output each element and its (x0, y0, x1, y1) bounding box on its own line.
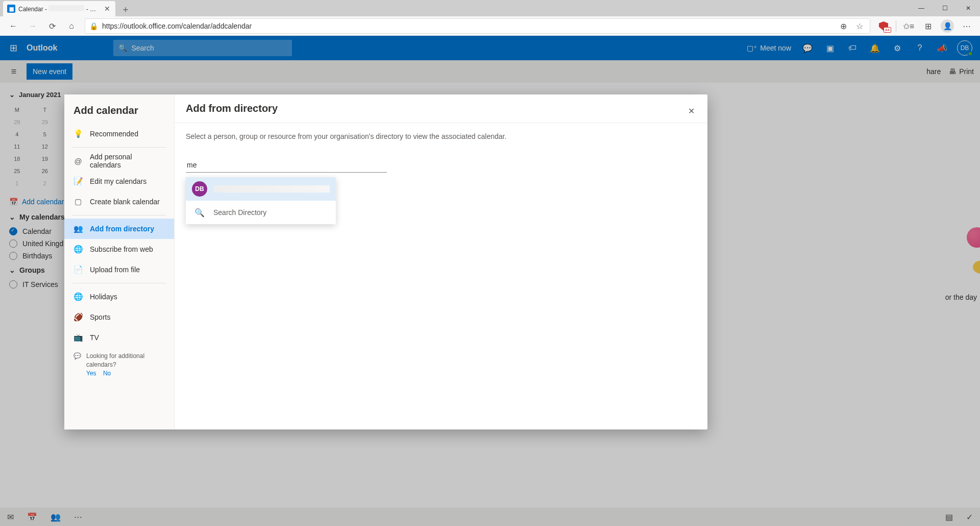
back-button[interactable]: ← (4, 18, 22, 34)
globe-icon: 🌐 (74, 292, 83, 301)
feedback-no-link[interactable]: No (103, 370, 111, 377)
extension-shield-icon[interactable]: 84 (874, 18, 893, 34)
modal-main-title: Add from directory (186, 103, 278, 114)
browser-toolbar: ← → ⟳ ⌂ 🔒 https://outlook.office.com/cal… (0, 16, 980, 36)
forward-button[interactable]: → (23, 18, 42, 34)
close-window-button[interactable]: ✕ (957, 0, 980, 16)
nav-tv[interactable]: 📺TV (64, 327, 174, 348)
lock-icon: 🔒 (89, 22, 98, 30)
people-icon: 👥 (74, 224, 83, 233)
redacted-text (213, 185, 330, 193)
globe-icon: 🌐 (74, 245, 83, 254)
nav-recommended[interactable]: 💡Recommended (64, 124, 174, 144)
blank-calendar-icon: ▢ (74, 197, 83, 206)
browser-chrome: ▦ Calendar - - Outlo ✕ ＋ — ☐ ✕ ← → ⟳ ⌂ 🔒… (0, 0, 980, 36)
modal-description: Select a person, group or resource from … (186, 132, 696, 140)
search-directory-option[interactable]: 🔍 Search Directory (186, 201, 336, 224)
new-tab-button[interactable]: ＋ (118, 2, 133, 16)
favorites-button[interactable]: ✩≡ (899, 18, 918, 34)
modal-title: Add calendar (64, 94, 174, 124)
nav-blank[interactable]: ▢Create blank calendar (64, 192, 174, 212)
divider (72, 283, 166, 283)
modal-main: Add from directory ✕ Select a person, gr… (175, 94, 707, 429)
url-text: https://outlook.office.com/calendar/addc… (102, 22, 833, 30)
collections-button[interactable]: ⊞ (919, 18, 937, 34)
directory-search-input[interactable] (186, 158, 387, 173)
calendar-favicon-icon: ▦ (7, 5, 15, 13)
address-bar[interactable]: 🔒 https://outlook.office.com/calendar/ad… (85, 18, 870, 34)
feedback-yes-link[interactable]: Yes (86, 370, 96, 377)
add-page-icon[interactable]: ⊕ (837, 18, 849, 34)
minimize-button[interactable]: — (910, 0, 933, 16)
edit-calendar-icon: 📝 (74, 177, 83, 186)
at-icon: @ (74, 157, 83, 165)
refresh-button[interactable]: ⟳ (43, 18, 61, 34)
nav-directory[interactable]: 👥Add from directory (64, 219, 174, 239)
file-icon: 📄 (74, 265, 83, 274)
divider (896, 20, 896, 32)
nav-holidays[interactable]: 🌐Holidays (64, 286, 174, 307)
browser-tab[interactable]: ▦ Calendar - - Outlo ✕ (3, 1, 115, 16)
profile-button[interactable]: 👤 (938, 18, 957, 34)
feedback-icon: 💬 (74, 352, 81, 361)
nav-subscribe[interactable]: 🌐Subscribe from web (64, 239, 174, 259)
avatar-icon: DB (192, 181, 207, 197)
suggestion-person[interactable]: DB (186, 177, 336, 201)
sport-icon: 🏈 (74, 313, 83, 322)
redacted-text (48, 5, 84, 11)
tab-title: Calendar - - Outlo (18, 5, 100, 13)
modal-nav: Add calendar 💡Recommended @Add personal … (64, 94, 175, 429)
nav-edit[interactable]: 📝Edit my calendars (64, 171, 174, 192)
modal-main-header: Add from directory (175, 94, 707, 123)
tab-strip: ▦ Calendar - - Outlo ✕ ＋ — ☐ ✕ (0, 0, 980, 16)
window-controls: — ☐ ✕ (910, 0, 980, 16)
divider (72, 215, 166, 216)
nav-upload[interactable]: 📄Upload from file (64, 259, 174, 280)
more-button[interactable]: ⋯ (958, 18, 976, 34)
nav-sports[interactable]: 🏈Sports (64, 307, 174, 327)
maximize-button[interactable]: ☐ (933, 0, 957, 16)
close-tab-icon[interactable]: ✕ (103, 5, 111, 13)
close-modal-button[interactable]: ✕ (683, 103, 699, 119)
home-button[interactable]: ⌂ (62, 18, 81, 34)
divider (72, 147, 166, 148)
favorite-icon[interactable]: ☆ (853, 18, 866, 34)
lightbulb-icon: 💡 (74, 129, 83, 138)
search-icon: 🔍 (192, 205, 207, 220)
tv-icon: 📺 (74, 333, 83, 342)
nav-personal[interactable]: @Add personal calendars (64, 151, 174, 171)
suggestion-dropdown: DB 🔍 Search Directory (186, 177, 336, 224)
modal-footer-feedback: 💬 Looking for additional calendars? Yes … (64, 348, 174, 381)
add-calendar-modal: Add calendar 💡Recommended @Add personal … (64, 94, 707, 429)
